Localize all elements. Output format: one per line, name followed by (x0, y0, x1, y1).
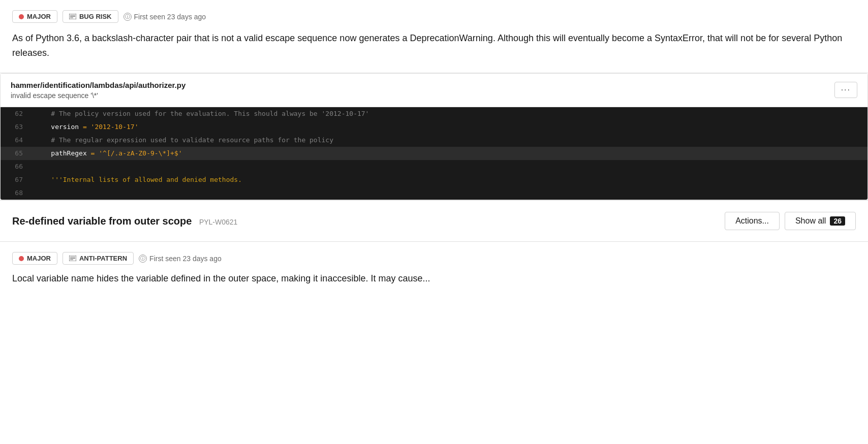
page-container: MAJOR BUG RISK ⓘ First seen 23 days ago (0, 0, 868, 296)
line-number-62: 62 (1, 107, 31, 120)
code-line-63: 63 version = '2012-10-17' (1, 120, 867, 134)
line-number-65: 65 (1, 147, 31, 160)
major-label: MAJOR (27, 13, 51, 20)
line-content-68 (31, 186, 867, 200)
code-line-64: 64 # The regular expression used to vali… (1, 134, 867, 147)
anti-pattern-label: ANTI-PATTERN (79, 255, 127, 262)
bottom-major-badge: MAJOR (12, 252, 57, 265)
bottom-issue-description: Local variable name hides the variable d… (12, 272, 856, 286)
line-number-66: 66 (1, 160, 31, 173)
show-all-label: Show all (795, 216, 826, 226)
line-content-66 (31, 160, 867, 173)
issue-section-title-container: Re-defined variable from outer scope PYL… (12, 215, 237, 227)
anti-pattern-badge: ANTI-PATTERN (63, 252, 134, 265)
bug-risk-icon (69, 14, 76, 19)
line-content-62: # The policy version used for the evalua… (31, 107, 867, 120)
file-section: hammer/identification/lambdas/api/author… (0, 73, 868, 201)
line-number-68: 68 (1, 186, 31, 200)
issue-section-tag: PYL-W0621 (199, 218, 237, 226)
actions-button[interactable]: Actions... (725, 212, 780, 230)
code-line-67: 67 '''Internal lists of allowed and deni… (1, 173, 867, 186)
code-block: 62 # The policy version used for the eva… (1, 107, 867, 200)
bug-risk-badge: BUG RISK (63, 10, 118, 23)
first-seen-info: ⓘ First seen 23 days ago (123, 13, 206, 21)
show-all-button[interactable]: Show all 26 (785, 212, 856, 230)
issue-section-actions: Actions... Show all 26 (725, 212, 856, 230)
bottom-first-seen-text: First seen 23 days ago (149, 255, 222, 263)
file-header: hammer/identification/lambdas/api/author… (1, 74, 867, 107)
file-header-left: hammer/identification/lambdas/api/author… (11, 81, 185, 100)
first-seen-text: First seen 23 days ago (134, 13, 206, 21)
code-line-66: 66 (1, 160, 867, 173)
code-line-68: 68 (1, 186, 867, 200)
more-options-button[interactable]: ··· (834, 82, 857, 98)
code-line-62: 62 # The policy version used for the eva… (1, 107, 867, 120)
major-dot (19, 14, 24, 19)
file-path: hammer/identification/lambdas/api/author… (11, 81, 185, 89)
bottom-issue-entry: MAJOR ANTI-PATTERN ⓘ First seen 23 days … (0, 242, 868, 296)
show-all-count: 26 (830, 216, 845, 226)
description-text: As of Python 3.6, a backslash-character … (12, 31, 856, 60)
line-content-67: '''Internal lists of allowed and denied … (31, 173, 867, 186)
bottom-badges-row: MAJOR ANTI-PATTERN ⓘ First seen 23 days … (12, 252, 856, 265)
line-content-64: # The regular expression used to validat… (31, 134, 867, 147)
issue-section-header: Re-defined variable from outer scope PYL… (0, 200, 868, 242)
top-description-section: MAJOR BUG RISK ⓘ First seen 23 days ago (0, 0, 868, 73)
line-content-65: pathRegex = '^[/.a-zA-Z0-9-\*]+$' (31, 147, 867, 160)
line-number-64: 64 (1, 134, 31, 147)
line-number-67: 67 (1, 173, 31, 186)
anti-pattern-icon (69, 256, 76, 261)
top-badges-row: MAJOR BUG RISK ⓘ First seen 23 days ago (12, 10, 856, 23)
bottom-major-dot (19, 256, 24, 261)
line-content-63: version = '2012-10-17' (31, 120, 867, 134)
bottom-info-circle-icon: ⓘ (139, 255, 147, 263)
bottom-first-seen-info: ⓘ First seen 23 days ago (139, 255, 222, 263)
file-subtitle: invalid escape sequence '\*' (11, 91, 185, 100)
bug-risk-label: BUG RISK (79, 13, 112, 20)
info-circle-icon: ⓘ (123, 13, 132, 21)
major-badge: MAJOR (12, 10, 57, 23)
issue-section-title: Re-defined variable from outer scope (12, 215, 192, 227)
code-line-65: 65 pathRegex = '^[/.a-zA-Z0-9-\*]+$' (1, 147, 867, 160)
line-number-63: 63 (1, 120, 31, 134)
bottom-major-label: MAJOR (27, 255, 51, 262)
